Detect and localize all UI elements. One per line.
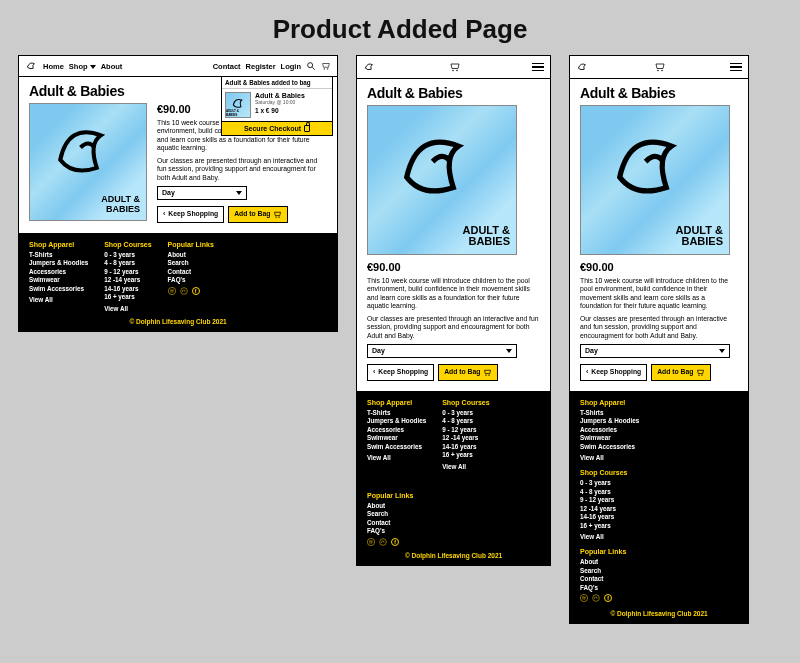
- svg-point-4: [276, 216, 277, 217]
- day-selector[interactable]: Day: [580, 344, 730, 358]
- footer-links-heading: Popular Links: [580, 548, 738, 555]
- mail-icon[interactable]: @: [580, 594, 588, 602]
- lock-icon: [304, 125, 310, 132]
- footer-courses-heading: Shop Courses: [442, 399, 489, 406]
- cart-icon[interactable]: [652, 61, 668, 73]
- nav-home[interactable]: Home: [43, 62, 64, 71]
- footer-apparel-heading: Shop Apparel: [580, 399, 738, 406]
- footer-apparel-heading: Shop Apparel: [367, 399, 426, 406]
- footer-links-heading: Popular Links: [168, 241, 214, 248]
- menu-icon[interactable]: [532, 63, 544, 72]
- product-image: ADULT &BABIES: [367, 105, 517, 255]
- footer-links-list: About Search Contact FAQ's: [168, 251, 214, 285]
- nav-register[interactable]: Register: [246, 62, 276, 71]
- added-to-bag-toast: Adult & Babies added to bag ADULT & BABI…: [221, 76, 333, 136]
- keep-shopping-button[interactable]: ‹Keep Shopping: [367, 364, 434, 381]
- product-image: ADULT &BABIES: [29, 103, 147, 221]
- footer-copyright: © Dolphin Lifesaving Club 2021: [580, 610, 738, 617]
- mobile-mock: Adult & Babies ADULT &BABIES €90.00 This…: [569, 55, 749, 624]
- svg-point-22: [593, 595, 600, 602]
- footer-courses-heading: Shop Courses: [104, 241, 151, 248]
- product-title: Adult & Babies: [580, 85, 738, 101]
- search-icon[interactable]: [306, 61, 316, 71]
- svg-point-8: [180, 288, 187, 295]
- add-to-bag-button[interactable]: Add to Bag: [228, 206, 288, 223]
- whatsapp-icon[interactable]: [592, 594, 600, 602]
- mail-icon[interactable]: @: [168, 287, 176, 295]
- logo-icon: [25, 59, 39, 73]
- footer-courses-list: 0 - 3 years 4 - 8 years 9 - 12 years 12 …: [104, 251, 151, 302]
- whatsapp-icon[interactable]: [180, 287, 188, 295]
- svg-text:@: @: [369, 539, 373, 544]
- view-all-courses[interactable]: View All: [442, 463, 489, 470]
- cart-icon[interactable]: [321, 61, 331, 71]
- toast-header: Adult & Babies added to bag: [222, 77, 332, 89]
- cart-add-icon: [696, 368, 705, 377]
- day-selector[interactable]: Day: [157, 186, 247, 200]
- svg-text:@: @: [170, 288, 174, 293]
- footer-courses-heading: Shop Courses: [580, 469, 738, 476]
- footer-links-heading: Popular Links: [367, 492, 540, 499]
- whatsapp-icon[interactable]: [379, 538, 387, 546]
- svg-point-10: [456, 70, 458, 72]
- svg-point-3: [327, 68, 328, 69]
- add-to-bag-button[interactable]: Add to Bag: [651, 364, 711, 381]
- svg-point-15: [380, 539, 387, 546]
- keep-shopping-button[interactable]: ‹Keep Shopping: [580, 364, 647, 381]
- view-all-apparel[interactable]: View All: [580, 454, 738, 461]
- footer: Shop Apparel T-Shirts Jumpers & Hoodies …: [19, 233, 337, 331]
- footer-apparel-list: T-Shirts Jumpers & Hoodies Accessories S…: [29, 251, 88, 294]
- product-price: €90.00: [367, 261, 540, 275]
- footer-apparel-heading: Shop Apparel: [29, 241, 88, 248]
- svg-line-1: [312, 67, 315, 70]
- cart-icon[interactable]: [447, 61, 463, 73]
- menu-icon[interactable]: [730, 63, 742, 72]
- footer: Shop Apparel T-ShirtsJumpers & HoodiesAc…: [357, 391, 550, 565]
- svg-point-17: [661, 70, 663, 72]
- chevron-down-icon: [236, 191, 242, 195]
- facebook-icon[interactable]: f: [391, 538, 399, 546]
- view-all-apparel[interactable]: View All: [29, 296, 88, 303]
- dolphin-icon: [230, 95, 247, 112]
- toast-sub: Saturday @ 10:00: [255, 99, 329, 105]
- header-tablet: [357, 56, 550, 79]
- header-mobile: [570, 56, 748, 79]
- svg-point-18: [699, 374, 700, 375]
- product-description: This 10 week course will introduce child…: [580, 277, 738, 340]
- secure-checkout-button[interactable]: Secure Checkout: [222, 121, 332, 135]
- view-all-apparel[interactable]: View All: [367, 454, 426, 461]
- product-image-label: ADULT &BABIES: [676, 225, 723, 248]
- desktop-mock: Home Shop About Contact Register Login A…: [18, 55, 338, 332]
- svg-point-5: [279, 216, 280, 217]
- facebook-icon[interactable]: f: [604, 594, 612, 602]
- add-to-bag-button[interactable]: Add to Bag: [438, 364, 498, 381]
- footer-copyright: © Dolphin Lifesaving Club 2021: [367, 552, 540, 559]
- product-image-label: ADULT &BABIES: [101, 195, 140, 214]
- mail-icon[interactable]: @: [367, 538, 375, 546]
- view-all-courses[interactable]: View All: [580, 533, 738, 540]
- product-image-label: ADULT &BABIES: [463, 225, 510, 248]
- dolphin-icon: [386, 115, 490, 219]
- logo-icon: [363, 60, 377, 74]
- toast-thumb: ADULT & BABIES: [225, 92, 251, 118]
- dolphin-icon: [599, 115, 703, 219]
- nav-about[interactable]: About: [101, 62, 123, 71]
- footer: Shop Apparel T-ShirtsJumpers & HoodiesAc…: [570, 391, 748, 624]
- day-selector[interactable]: Day: [367, 344, 517, 358]
- svg-point-19: [702, 374, 703, 375]
- toast-name: Adult & Babies: [255, 92, 329, 99]
- view-all-courses[interactable]: View All: [104, 305, 151, 312]
- nav-contact[interactable]: Contact: [213, 62, 241, 71]
- svg-point-2: [324, 68, 325, 69]
- svg-point-12: [489, 374, 490, 375]
- product-image: ADULT &BABIES: [580, 105, 730, 255]
- chevron-down-icon: [506, 349, 512, 353]
- nav-shop[interactable]: Shop: [69, 62, 96, 71]
- svg-point-16: [657, 70, 659, 72]
- chevron-down-icon: [719, 349, 725, 353]
- product-price: €90.00: [580, 261, 738, 275]
- facebook-icon[interactable]: f: [192, 287, 200, 295]
- svg-point-9: [452, 70, 454, 72]
- nav-login[interactable]: Login: [281, 62, 301, 71]
- keep-shopping-button[interactable]: ‹Keep Shopping: [157, 206, 224, 223]
